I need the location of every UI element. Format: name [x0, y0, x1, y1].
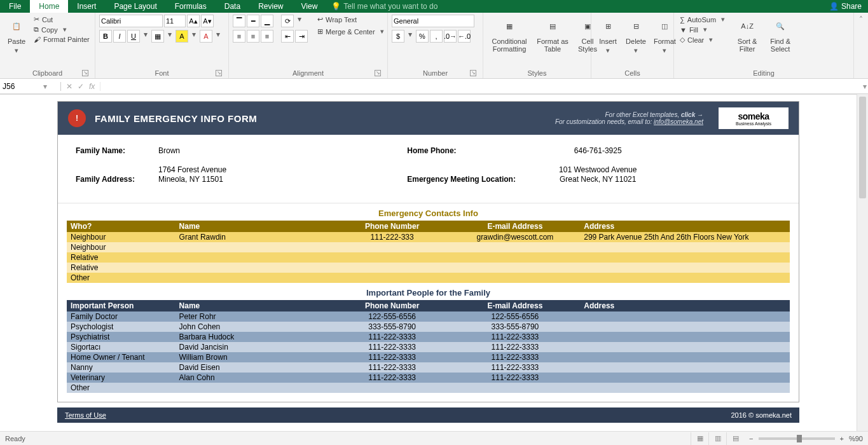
paste-button[interactable]: 📋 Paste ▾ — [4, 15, 29, 56]
cell-who[interactable]: Psychiatrist — [67, 332, 176, 342]
cell-address[interactable] — [580, 332, 790, 342]
cell-address[interactable]: 299 Park Avenue 25th And 26th Floors New… — [580, 232, 790, 242]
cell-who[interactable]: Relative — [67, 252, 176, 263]
page-break-view-button[interactable]: ▤ — [726, 432, 744, 445]
zoom-out-button[interactable]: − — [749, 435, 753, 442]
table-row[interactable]: SigortacıDavid Jancisin111-222-3333111-2… — [67, 342, 790, 352]
chevron-down-icon[interactable]: ▾ — [406, 30, 415, 43]
merge-center-button[interactable]: ⊞Merge & Center▾ — [315, 27, 389, 36]
cell-phone[interactable]: 111-222-333 — [334, 232, 450, 242]
value-home-phone[interactable]: 646-761-3925 — [534, 146, 661, 156]
scrollbar-thumb[interactable] — [859, 97, 866, 198]
format-painter-button[interactable]: 🖌Format Painter — [32, 35, 92, 44]
tab-file[interactable]: File — [0, 0, 30, 13]
cell-name[interactable] — [176, 273, 334, 283]
zoom-slider[interactable] — [759, 437, 835, 440]
cell-email[interactable]: 111-222-3333 — [450, 342, 581, 352]
table-row[interactable]: PsychiatristBarbara Hudock111-222-333311… — [67, 332, 790, 342]
sheet[interactable]: ! FAMILY EMERGENCY INFO FORM For other E… — [0, 94, 857, 431]
increase-font-button[interactable]: A▴ — [187, 15, 200, 27]
terms-of-use-link[interactable]: Terms of Use — [65, 411, 106, 419]
cell-address[interactable] — [580, 252, 790, 263]
increase-decimal-button[interactable]: .0→ — [444, 30, 457, 43]
vertical-scrollbar[interactable] — [857, 94, 868, 431]
table-row[interactable]: NeighbourGrant Rawdin111-222-333grawdin@… — [67, 232, 790, 242]
number-format-input[interactable] — [392, 15, 474, 27]
table-row[interactable]: Neighbour — [67, 242, 790, 252]
cell-email[interactable] — [450, 383, 581, 393]
chevron-down-icon[interactable]: ▾ — [189, 30, 198, 43]
contacts-table[interactable]: Who? Name Phone Number E-mail Address Ad… — [67, 221, 790, 283]
cell-address[interactable] — [580, 352, 790, 362]
cell-who[interactable]: Relative — [67, 263, 176, 273]
decrease-decimal-button[interactable]: ←.0 — [458, 30, 471, 43]
people-table[interactable]: Important Person Name Phone Number E-mai… — [67, 300, 790, 393]
table-row[interactable]: Relative — [67, 263, 790, 273]
fill-color-button[interactable]: A — [176, 30, 188, 43]
cell-email[interactable]: 111-222-3333 — [450, 373, 581, 383]
cell-who[interactable]: Neighbour — [67, 242, 176, 252]
table-row[interactable]: Family DoctorPeter Rohr122-555-6556122-5… — [67, 312, 790, 322]
cell-name[interactable]: William Brown — [176, 352, 334, 362]
cell-email[interactable]: 122-555-6556 — [450, 312, 581, 322]
decrease-font-button[interactable]: A▾ — [201, 15, 214, 27]
name-box-input[interactable] — [3, 82, 41, 91]
cell-phone[interactable]: 111-222-3333 — [334, 342, 450, 352]
tellme[interactable]: 💡Tell me what you want to do — [326, 2, 437, 11]
normal-view-button[interactable]: ▦ — [691, 432, 708, 445]
cell-who[interactable]: Veterinary — [67, 373, 176, 383]
cell-phone[interactable] — [334, 383, 450, 393]
zoom-in-button[interactable]: + — [840, 435, 844, 442]
enter-formula-icon[interactable]: ✓ — [78, 82, 84, 91]
cut-button[interactable]: ✂Cut — [32, 15, 92, 24]
percent-button[interactable]: % — [416, 30, 429, 43]
cell-address[interactable] — [580, 263, 790, 273]
cell-address[interactable] — [580, 383, 790, 393]
cell-name[interactable]: Peter Rohr — [176, 312, 334, 322]
table-row[interactable]: VeterinaryAlan Cohn111-222-3333111-222-3… — [67, 373, 790, 383]
cell-who[interactable]: Other — [67, 383, 176, 393]
cell-address[interactable] — [580, 373, 790, 383]
conditional-formatting-button[interactable]: ▦Conditional Formatting — [487, 15, 532, 54]
chevron-down-icon[interactable]: ▾ — [631, 46, 640, 55]
font-name-input[interactable] — [99, 15, 163, 27]
slider-thumb[interactable] — [797, 435, 802, 442]
tab-formulas[interactable]: Formulas — [166, 0, 216, 13]
chevron-down-icon[interactable]: ▾ — [719, 15, 727, 24]
name-box[interactable]: ▾ — [0, 82, 61, 91]
clear-button[interactable]: ◇Clear▾ — [678, 35, 729, 44]
cell-phone[interactable] — [334, 242, 450, 252]
table-row[interactable]: NannyDavid Eisen111-222-3333111-222-3333 — [67, 362, 790, 373]
cell-name[interactable] — [176, 242, 334, 252]
cell-email[interactable] — [450, 263, 581, 273]
cell-email[interactable]: 333-555-8790 — [450, 322, 581, 332]
cell-phone[interactable]: 111-222-3333 — [334, 362, 450, 373]
dialog-launcher-icon[interactable]: ↘ — [82, 70, 88, 76]
share-button[interactable]: 👤Share — [823, 1, 868, 12]
cell-phone[interactable] — [334, 252, 450, 263]
cell-who[interactable]: Other — [67, 273, 176, 283]
cell-phone[interactable]: 122-555-6556 — [334, 312, 450, 322]
value-loc1[interactable]: 101 Westwood Avenue — [559, 165, 637, 174]
currency-button[interactable]: $ — [392, 30, 404, 43]
align-right-button[interactable]: ≡ — [261, 30, 273, 43]
tab-view[interactable]: View — [293, 0, 327, 13]
cell-who[interactable]: Home Owner / Tenant — [67, 352, 176, 362]
cell-name[interactable]: David Eisen — [176, 362, 334, 373]
cell-phone[interactable]: 111-222-3333 — [334, 352, 450, 362]
bold-button[interactable]: B — [99, 30, 112, 43]
someka-logo[interactable]: somekaBusiness Analysis — [719, 107, 789, 129]
table-row[interactable]: Home Owner / TenantWilliam Brown111-222-… — [67, 352, 790, 362]
cell-phone[interactable]: 111-222-3333 — [334, 332, 450, 342]
tab-insert[interactable]: Insert — [68, 0, 105, 13]
fill-button[interactable]: ▼Fill▾ — [678, 25, 729, 34]
chevron-down-icon[interactable]: ▾ — [706, 36, 715, 44]
find-select-button[interactable]: 🔍Find & Select — [765, 15, 796, 54]
dialog-launcher-icon[interactable]: ↘ — [470, 70, 476, 76]
cell-email[interactable] — [450, 252, 581, 263]
chevron-down-icon[interactable]: ▾ — [660, 46, 669, 55]
cell-name[interactable]: David Jancisin — [176, 342, 334, 352]
tab-data[interactable]: Data — [216, 0, 249, 13]
cell-name[interactable]: Alan Cohn — [176, 373, 334, 383]
collapse-ribbon-button[interactable]: ˄ — [854, 13, 868, 78]
